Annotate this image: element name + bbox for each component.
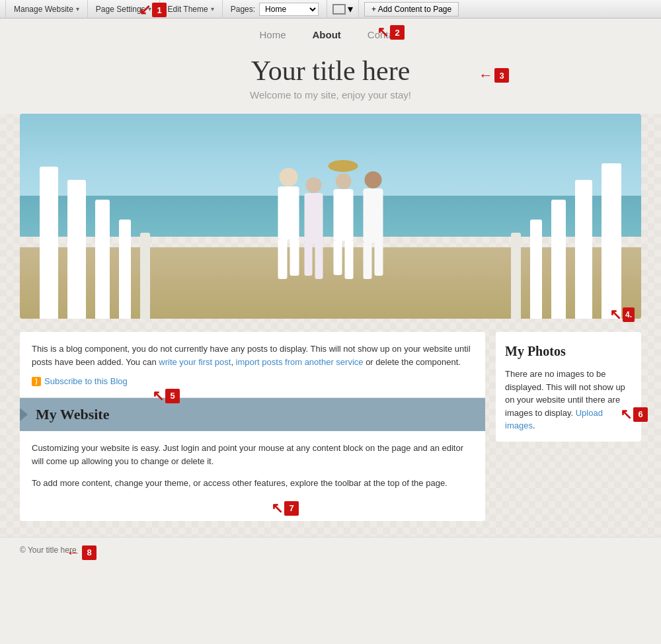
content-left: This is a blog component, you do not cur…: [20, 332, 485, 521]
view-toggle[interactable]: ▾: [327, 0, 359, 19]
photos-text: There are no images to be displayed. Thi…: [505, 368, 632, 432]
footer-text: © Your title here: [20, 545, 77, 555]
toolbar-bar: Manage Website ▾ Page Settings ▾ Edit Th…: [0, 0, 661, 19]
person-3-head: [335, 173, 351, 189]
hero-fence-left: [40, 147, 150, 319]
edit-theme-label: Edit Theme: [168, 5, 208, 14]
fence-post-2: [67, 180, 86, 319]
fence-post-5: [140, 233, 150, 319]
site-nav: Home About Contact: [0, 19, 661, 48]
person-3-legs: [333, 241, 353, 279]
nav-about[interactable]: About: [312, 29, 340, 40]
photos-widget: My Photos There are no images to be disp…: [496, 332, 641, 442]
my-website-heading: My Website: [36, 406, 109, 423]
person-2-body: [305, 193, 323, 243]
pages-selector: Pages: Home About Contact: [223, 0, 327, 19]
my-website-para2: To add more content, change your theme, …: [32, 477, 473, 491]
hero-image: [20, 114, 641, 319]
my-website-body: Customizing your website is easy. Just l…: [20, 431, 485, 501]
leg-6: [344, 241, 353, 279]
person-2-legs: [305, 243, 323, 279]
person-4-body: [364, 188, 383, 243]
site-header-wrapper: Your title here Welcome to my site, enjo…: [0, 48, 661, 114]
hero-wrapper: ↖ 4.: [20, 114, 641, 319]
arrow-7: ↖: [271, 501, 283, 516]
fence-post-1: [40, 167, 58, 319]
person-3: [329, 160, 358, 279]
leg-7: [364, 243, 372, 279]
pages-dropdown[interactable]: Home About Contact: [259, 3, 319, 16]
person-1: [278, 168, 299, 279]
blog-section-wrapper: This is a blog component, you do not cur…: [20, 332, 485, 398]
edit-theme-chevron: ▾: [211, 5, 214, 13]
site-subtitle: Welcome to my site, enjoy your stay!: [0, 89, 661, 101]
site-header: Your title here Welcome to my site, enjo…: [0, 48, 661, 114]
nav-wrapper: Home About Contact ↖ 2: [0, 19, 661, 48]
fence-post-r1: [511, 233, 521, 319]
leg-5: [333, 241, 342, 275]
nav-contact[interactable]: Contact: [368, 29, 402, 40]
fence-post-4: [119, 220, 131, 319]
person-3-body: [333, 189, 353, 241]
blog-link-first-post[interactable]: write your first post: [159, 357, 231, 367]
footer-wrapper: © Your title here ← 8: [0, 537, 661, 563]
toolbar: Manage Website ▾ Page Settings ▾ Edit Th…: [0, 0, 661, 19]
leg-4: [315, 243, 323, 279]
anno-7: 7: [284, 501, 299, 516]
leg-8: [375, 243, 383, 276]
hero-people: [278, 160, 383, 279]
edit-theme-menu[interactable]: Edit Theme ▾: [160, 0, 223, 19]
my-website-header: My Website: [20, 398, 485, 431]
blog-text: This is a blog component, you do not cur…: [32, 342, 473, 368]
blog-section: This is a blog component, you do not cur…: [20, 332, 485, 398]
person-4-legs: [364, 243, 383, 279]
my-website-para1: Customizing your website is easy. Just l…: [32, 442, 473, 469]
anno7-spacer: ↖ 7: [20, 501, 485, 521]
view-chevron: ▾: [348, 3, 353, 15]
person-1-head: [280, 168, 298, 186]
person-1-legs: [278, 239, 299, 279]
manage-website-menu[interactable]: Manage Website ▾: [5, 0, 88, 19]
hat-brim: [329, 160, 358, 172]
photos-heading: My Photos: [505, 341, 632, 361]
person-2: [305, 177, 323, 279]
nav-home[interactable]: Home: [259, 29, 286, 40]
person-1-body: [278, 186, 299, 239]
person-4: [364, 171, 383, 279]
add-content-label: + Add Content to Page: [371, 5, 451, 14]
person-4-head: [365, 171, 382, 188]
manage-website-label: Manage Website: [14, 5, 73, 14]
page-settings-menu[interactable]: Page Settings ▾: [88, 0, 160, 19]
add-content-button[interactable]: + Add Content to Page: [364, 2, 459, 17]
pages-label: Pages:: [231, 5, 255, 14]
fence-post-3: [95, 200, 110, 319]
fence-post-r3: [551, 200, 566, 319]
leg-2: [290, 239, 299, 276]
subscribe-anchor[interactable]: Subscribe to this Blog: [44, 375, 128, 388]
page-settings-chevron: ▾: [148, 5, 151, 13]
fence-post-r5: [602, 163, 621, 319]
blog-link-import[interactable]: import posts from another service: [236, 357, 364, 367]
rss-icon: ): [32, 377, 41, 386]
main-content: This is a blog component, you do not cur…: [20, 332, 641, 521]
leg-3: [305, 243, 313, 276]
view-icon: [332, 4, 346, 15]
site-body: Home About Contact ↖ 2 Your title here W…: [0, 19, 661, 563]
site-title: Your title here: [0, 55, 661, 87]
leg-1: [278, 239, 288, 279]
subscribe-link[interactable]: ) Subscribe to this Blog: [32, 375, 473, 388]
manage-website-chevron: ▾: [76, 5, 79, 13]
hero-fence-right: [511, 147, 621, 319]
fence-post-r2: [530, 220, 542, 319]
page-settings-label: Page Settings: [96, 5, 145, 14]
person-2-head: [306, 177, 322, 193]
content-right: My Photos There are no images to be disp…: [496, 332, 641, 521]
site-footer: © Your title here: [0, 537, 661, 563]
photos-widget-wrapper: My Photos There are no images to be disp…: [496, 332, 641, 442]
fence-post-r4: [575, 180, 592, 319]
